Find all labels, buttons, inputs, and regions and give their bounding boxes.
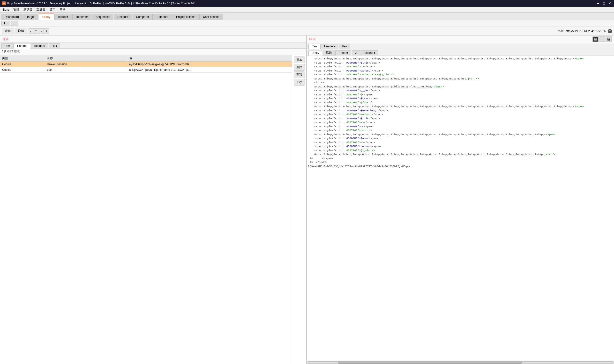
line-19-content: </code> bbox=[316, 160, 327, 165]
code-view[interactable]: &nbsp;&nbsp;&nbsp;&nbsp;&nbsp;&nbsp;&nbs… bbox=[307, 56, 614, 361]
horizontal-scrollbar[interactable] bbox=[307, 361, 614, 364]
base64-content: PD9waHANCiBmbGFnPSJjdWl0Y3Rme3MwU29fZTRT… bbox=[308, 165, 613, 169]
request-panel: 请求 Raw Params Headers Hex / 的 GET 请求 类型 … bbox=[0, 36, 307, 364]
code-line: <span style="color: #0000BB">$nam&nbsp;<… bbox=[308, 109, 613, 113]
back-button[interactable]: ‹ bbox=[28, 28, 33, 34]
delete-button[interactable]: 删除 bbox=[294, 64, 305, 71]
param-value: a:3:{i:0;O:4:"popa":1:{s:4:"name";i:1;};… bbox=[127, 67, 292, 73]
request-tabbar: Raw Params Headers Hex bbox=[0, 42, 306, 49]
col-name: 名称 bbox=[45, 55, 127, 62]
target-label: 目标: bbox=[558, 29, 564, 33]
menu-project[interactable]: 项目 bbox=[11, 7, 21, 12]
actions-label: Actions bbox=[363, 51, 373, 55]
repeater-toolbar: 发送 取消 ‹ ▾ › ▾ 目标: http://219.219.61.234:… bbox=[0, 27, 614, 36]
request-tab-params[interactable]: Params bbox=[14, 43, 30, 49]
code-line: &nbsp;&nbsp;&nbsp;&nbsp;&nbsp;&nbsp;&nbs… bbox=[308, 77, 613, 81]
code-line: <span style="color: #0000BB">__get</span… bbox=[308, 89, 613, 93]
response-panel-header-row: 响应 ▦ ☰ ▤ bbox=[307, 36, 614, 43]
edit-target-button[interactable]: ✎ bbox=[603, 29, 606, 33]
actions-dropdown-icon: ▾ bbox=[374, 51, 375, 55]
table-row[interactable]: Cookie user a:3:{i:0;O:4:"popa":1:{s:4:"… bbox=[0, 67, 292, 73]
help-button[interactable]: ? bbox=[608, 29, 612, 33]
view-compact-button[interactable]: ▤ bbox=[606, 37, 612, 42]
tab-sequencer[interactable]: Sequencer bbox=[92, 14, 113, 20]
pretty-tab-render[interactable]: Render bbox=[335, 50, 351, 55]
code-line: 18 </span> bbox=[308, 156, 613, 161]
response-tab-hex[interactable]: Hex bbox=[339, 44, 350, 49]
close-button[interactable]: ✕ bbox=[607, 1, 612, 6]
code-line: <span style="color: #007700">){<br /> bbox=[308, 101, 613, 105]
pretty-tab-pretty[interactable]: Pretty bbox=[308, 50, 322, 55]
request-content-area: / 的 GET 请求 类型 名称 值 bbox=[0, 49, 306, 364]
code-line: <span style="color: #0000BB">p</span> bbox=[308, 125, 613, 129]
repeater-subtabbar: 1 ✕ ... bbox=[0, 20, 614, 27]
tab-target[interactable]: Target bbox=[23, 14, 38, 20]
menu-tester[interactable]: 测试器 bbox=[22, 7, 34, 12]
forward-button[interactable]: › bbox=[39, 28, 44, 34]
param-name: laravel_session bbox=[45, 62, 127, 67]
view-grid-button[interactable]: ▦ bbox=[592, 37, 599, 42]
code-line: &nbsp;&nbsp;&nbsp;&nbsp;&nbsp;&nbsp;&nbs… bbox=[308, 57, 613, 61]
code-line: <span style="color: #007700">-></span> bbox=[308, 141, 613, 145]
subtab-more[interactable]: ... bbox=[11, 21, 18, 26]
tab-dashboard[interactable]: Dashboard bbox=[1, 14, 23, 20]
response-tab-raw[interactable]: Raw bbox=[308, 44, 321, 49]
pretty-tab-raw[interactable]: 原始 bbox=[323, 50, 335, 55]
down-button[interactable]: 下移 bbox=[294, 79, 305, 86]
tab-repeater[interactable]: Repeater bbox=[72, 14, 91, 20]
code-line: <span style="color: #0000BB">p&nbsp;</sp… bbox=[308, 69, 613, 73]
param-type: Cookie bbox=[0, 67, 45, 73]
back-forward-group: ‹ ▾ › ▾ bbox=[28, 28, 49, 34]
tab-extender[interactable]: Extender bbox=[153, 14, 172, 20]
response-content-area: &nbsp;&nbsp;&nbsp;&nbsp;&nbsp;&nbsp;&nbs… bbox=[307, 56, 614, 364]
code-line: <br /> bbox=[308, 81, 613, 85]
code-line: &nbsp;&nbsp;&nbsp;&nbsp;&nbsp;&nbsp;&nbs… bbox=[308, 104, 613, 109]
titlebar-controls: ─ □ ✕ bbox=[596, 1, 612, 6]
actions-dropdown[interactable]: Actions ▾ bbox=[361, 50, 378, 55]
code-line: <span style="color: #007700">=&nbsp;</sp… bbox=[308, 113, 613, 117]
menu-repeater[interactable]: 重发器 bbox=[35, 7, 47, 12]
code-line: &nbsp;&nbsp;&nbsp;&nbsp;&nbsp;&nbsp;&nbs… bbox=[308, 152, 613, 156]
menu-burp[interactable]: Burp bbox=[1, 8, 11, 12]
back-dropdown-button[interactable]: ▾ bbox=[33, 28, 39, 34]
send-button[interactable]: 发送 bbox=[2, 28, 14, 34]
code-line: <span style="color: #0000BB">$this</span… bbox=[308, 61, 613, 65]
tab-proxy[interactable]: Proxy bbox=[39, 13, 54, 20]
pretty-tab-newline[interactable]: \n bbox=[352, 50, 361, 55]
table-actions: 添加 删除 至顶 下移 bbox=[292, 55, 306, 364]
top-button[interactable]: 至顶 bbox=[294, 71, 305, 78]
toolbar-left: 发送 取消 ‹ ▾ › ▾ bbox=[2, 28, 49, 34]
main-tabbar: Dashboard Target Proxy Intruder Repeater… bbox=[0, 13, 614, 20]
subtab-more-label: ... bbox=[13, 22, 16, 25]
hscroll-thumb[interactable] bbox=[338, 362, 522, 364]
col-value: 值 bbox=[127, 55, 292, 62]
response-tab-headers[interactable]: Headers bbox=[321, 44, 338, 49]
tab-intruder[interactable]: Intruder bbox=[55, 14, 72, 20]
param-name: user bbox=[45, 67, 127, 73]
maximize-button[interactable]: □ bbox=[601, 1, 606, 6]
tab-comparer[interactable]: Comparer bbox=[133, 14, 153, 20]
add-button[interactable]: 添加 bbox=[294, 56, 305, 63]
code-line: <span style="color: #007700">-></span> bbox=[308, 65, 613, 69]
tab-project-options[interactable]: Project options bbox=[172, 14, 199, 20]
code-line: &nbsp;&nbsp;&nbsp;&nbsp;&nbsp;&nbsp;&nbs… bbox=[308, 133, 613, 137]
code-line: <span style="color: #0000BB">nonono</spa… bbox=[308, 144, 613, 149]
forward-dropdown-button[interactable]: ▾ bbox=[44, 28, 49, 34]
cancel-button[interactable]: 取消 bbox=[15, 28, 27, 34]
minimize-button[interactable]: ─ bbox=[596, 1, 600, 6]
subtab-1[interactable]: 1 ✕ bbox=[1, 21, 10, 26]
view-list-button[interactable]: ☰ bbox=[599, 37, 605, 42]
request-tab-headers[interactable]: Headers bbox=[31, 43, 48, 48]
request-tab-hex[interactable]: Hex bbox=[49, 43, 60, 48]
code-line: <span style="color: #007700">=&nbsp;arra… bbox=[308, 73, 613, 77]
tab-decoder[interactable]: Decoder bbox=[114, 14, 132, 20]
request-tab-raw[interactable]: Raw bbox=[1, 43, 14, 48]
request-panel-header: 请求 bbox=[0, 36, 306, 42]
tab-user-options[interactable]: User options bbox=[199, 14, 223, 20]
line-18-content: </span> bbox=[316, 156, 333, 161]
table-row[interactable]: Cookie laravel_session eyJpdil6lkpqZmRaa… bbox=[0, 62, 292, 67]
menu-help[interactable]: 帮助 bbox=[58, 7, 68, 12]
subtab-1-close[interactable]: ✕ bbox=[6, 22, 8, 25]
code-line: <span style="color: #0000BB">$key</span> bbox=[308, 97, 613, 101]
menu-window[interactable]: 窗口 bbox=[48, 7, 57, 12]
